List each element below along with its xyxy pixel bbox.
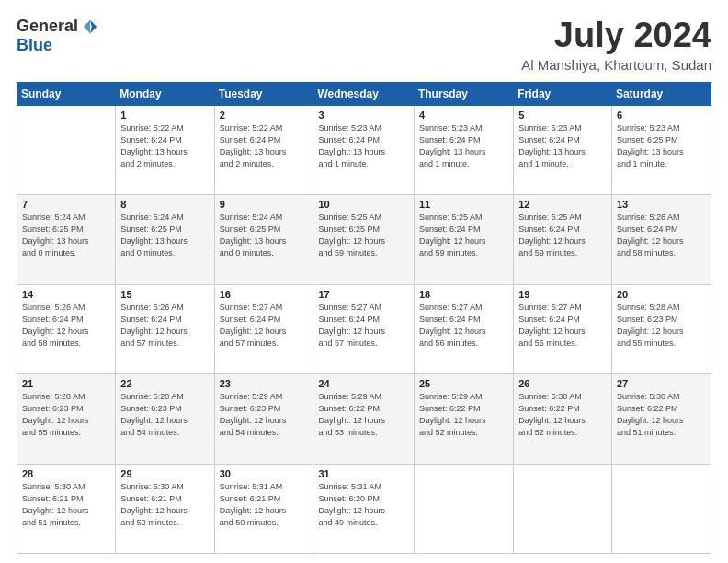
calendar-cell: 1Sunrise: 5:22 AM Sunset: 6:24 PM Daylig… [116, 105, 214, 194]
day-info: Sunrise: 5:25 AM Sunset: 6:24 PM Dayligh… [518, 212, 607, 259]
calendar-cell: 4Sunrise: 5:23 AM Sunset: 6:24 PM Daylig… [414, 105, 513, 194]
day-number: 6 [617, 109, 706, 121]
weekday-header: Friday [514, 82, 612, 105]
day-number: 5 [518, 109, 607, 121]
day-info: Sunrise: 5:27 AM Sunset: 6:24 PM Dayligh… [220, 302, 309, 350]
calendar-week-row: 28Sunrise: 5:30 AM Sunset: 6:21 PM Dayli… [17, 464, 711, 553]
day-number: 1 [120, 109, 209, 121]
day-number: 16 [220, 289, 309, 300]
header: General Blue July 2024 Al Manshiya, Khar… [17, 17, 711, 73]
calendar-cell [414, 464, 513, 553]
day-number: 28 [22, 468, 110, 479]
day-number: 25 [419, 378, 508, 389]
calendar-cell: 5Sunrise: 5:23 AM Sunset: 6:24 PM Daylig… [514, 105, 612, 194]
calendar-cell: 24Sunrise: 5:29 AM Sunset: 6:22 PM Dayli… [313, 374, 414, 464]
day-info: Sunrise: 5:29 AM Sunset: 6:22 PM Dayligh… [318, 391, 408, 439]
day-number: 27 [617, 378, 706, 389]
day-info: Sunrise: 5:26 AM Sunset: 6:24 PM Dayligh… [120, 302, 209, 350]
calendar-cell: 6Sunrise: 5:23 AM Sunset: 6:25 PM Daylig… [611, 105, 711, 194]
logo-text: General [17, 17, 98, 36]
day-info: Sunrise: 5:30 AM Sunset: 6:21 PM Dayligh… [22, 481, 110, 529]
day-number: 14 [22, 289, 110, 300]
calendar-cell [17, 105, 116, 194]
day-info: Sunrise: 5:29 AM Sunset: 6:22 PM Dayligh… [419, 391, 508, 439]
day-info: Sunrise: 5:26 AM Sunset: 6:24 PM Dayligh… [22, 302, 110, 350]
weekday-header: Sunday [17, 82, 116, 105]
day-number: 17 [318, 289, 408, 300]
day-number: 20 [617, 289, 706, 300]
calendar-cell: 7Sunrise: 5:24 AM Sunset: 6:25 PM Daylig… [17, 195, 116, 284]
day-number: 29 [120, 468, 209, 479]
calendar-cell: 12Sunrise: 5:25 AM Sunset: 6:24 PM Dayli… [514, 195, 612, 284]
calendar-table: SundayMondayTuesdayWednesdayThursdayFrid… [17, 82, 711, 554]
day-number: 26 [518, 378, 607, 389]
day-info: Sunrise: 5:23 AM Sunset: 6:24 PM Dayligh… [518, 122, 607, 170]
day-info: Sunrise: 5:23 AM Sunset: 6:24 PM Dayligh… [419, 122, 508, 170]
day-number: 31 [318, 468, 408, 479]
day-info: Sunrise: 5:27 AM Sunset: 6:24 PM Dayligh… [419, 302, 508, 350]
day-info: Sunrise: 5:24 AM Sunset: 6:25 PM Dayligh… [120, 212, 209, 259]
location: Al Manshiya, Khartoum, Sudan [521, 57, 711, 73]
day-info: Sunrise: 5:30 AM Sunset: 6:22 PM Dayligh… [617, 391, 706, 439]
calendar-cell: 2Sunrise: 5:22 AM Sunset: 6:24 PM Daylig… [214, 105, 313, 194]
logo-general: General [17, 17, 78, 36]
weekday-header: Monday [116, 82, 214, 105]
weekday-header: Tuesday [214, 82, 313, 105]
day-info: Sunrise: 5:27 AM Sunset: 6:24 PM Dayligh… [318, 302, 408, 350]
calendar-cell: 30Sunrise: 5:31 AM Sunset: 6:21 PM Dayli… [214, 464, 313, 553]
calendar-cell: 14Sunrise: 5:26 AM Sunset: 6:24 PM Dayli… [17, 284, 116, 373]
day-number: 10 [318, 199, 408, 210]
logo: General Blue [17, 17, 98, 55]
calendar-cell: 15Sunrise: 5:26 AM Sunset: 6:24 PM Dayli… [116, 284, 214, 373]
calendar-week-row: 7Sunrise: 5:24 AM Sunset: 6:25 PM Daylig… [17, 195, 711, 284]
day-info: Sunrise: 5:31 AM Sunset: 6:21 PM Dayligh… [220, 481, 309, 529]
calendar-cell: 23Sunrise: 5:29 AM Sunset: 6:23 PM Dayli… [214, 374, 313, 464]
weekday-header: Wednesday [313, 82, 414, 105]
day-info: Sunrise: 5:25 AM Sunset: 6:24 PM Dayligh… [419, 212, 508, 259]
day-info: Sunrise: 5:22 AM Sunset: 6:24 PM Dayligh… [220, 122, 309, 170]
day-info: Sunrise: 5:30 AM Sunset: 6:21 PM Dayligh… [120, 481, 209, 529]
day-number: 8 [120, 199, 209, 210]
calendar-cell: 20Sunrise: 5:28 AM Sunset: 6:23 PM Dayli… [611, 284, 711, 373]
page: General Blue July 2024 Al Manshiya, Khar… [0, 0, 728, 563]
day-number: 21 [22, 378, 110, 389]
calendar-week-row: 1Sunrise: 5:22 AM Sunset: 6:24 PM Daylig… [17, 105, 711, 194]
day-info: Sunrise: 5:23 AM Sunset: 6:24 PM Dayligh… [318, 122, 408, 170]
logo-icon [82, 18, 98, 35]
day-number: 3 [318, 109, 408, 121]
calendar-cell: 9Sunrise: 5:24 AM Sunset: 6:25 PM Daylig… [214, 195, 313, 284]
day-info: Sunrise: 5:28 AM Sunset: 6:23 PM Dayligh… [22, 391, 110, 439]
month-title: July 2024 [521, 17, 711, 55]
calendar-cell: 29Sunrise: 5:30 AM Sunset: 6:21 PM Dayli… [116, 464, 214, 553]
day-number: 11 [419, 199, 508, 210]
logo-blue: Blue [17, 36, 52, 55]
day-number: 24 [318, 378, 408, 389]
day-number: 30 [220, 468, 309, 479]
calendar-week-row: 21Sunrise: 5:28 AM Sunset: 6:23 PM Dayli… [17, 374, 711, 464]
day-info: Sunrise: 5:23 AM Sunset: 6:25 PM Dayligh… [617, 122, 706, 170]
day-number: 2 [220, 109, 309, 121]
day-number: 22 [120, 378, 209, 389]
weekday-header: Thursday [414, 82, 513, 105]
calendar-cell: 22Sunrise: 5:28 AM Sunset: 6:23 PM Dayli… [116, 374, 214, 464]
day-number: 19 [518, 289, 607, 300]
day-info: Sunrise: 5:24 AM Sunset: 6:25 PM Dayligh… [220, 212, 309, 259]
day-info: Sunrise: 5:30 AM Sunset: 6:22 PM Dayligh… [518, 391, 607, 439]
day-info: Sunrise: 5:26 AM Sunset: 6:24 PM Dayligh… [617, 212, 706, 259]
day-info: Sunrise: 5:31 AM Sunset: 6:20 PM Dayligh… [318, 481, 408, 529]
calendar-cell: 27Sunrise: 5:30 AM Sunset: 6:22 PM Dayli… [611, 374, 711, 464]
calendar-cell: 13Sunrise: 5:26 AM Sunset: 6:24 PM Dayli… [611, 195, 711, 284]
weekday-header-row: SundayMondayTuesdayWednesdayThursdayFrid… [17, 82, 711, 105]
day-info: Sunrise: 5:24 AM Sunset: 6:25 PM Dayligh… [22, 212, 110, 259]
day-number: 4 [419, 109, 508, 121]
calendar-cell: 17Sunrise: 5:27 AM Sunset: 6:24 PM Dayli… [313, 284, 414, 373]
calendar-cell: 25Sunrise: 5:29 AM Sunset: 6:22 PM Dayli… [414, 374, 513, 464]
calendar-cell: 21Sunrise: 5:28 AM Sunset: 6:23 PM Dayli… [17, 374, 116, 464]
title-area: July 2024 Al Manshiya, Khartoum, Sudan [521, 17, 711, 73]
svg-marker-0 [90, 19, 97, 32]
calendar-body: 1Sunrise: 5:22 AM Sunset: 6:24 PM Daylig… [17, 105, 711, 553]
calendar-cell: 11Sunrise: 5:25 AM Sunset: 6:24 PM Dayli… [414, 195, 513, 284]
day-info: Sunrise: 5:29 AM Sunset: 6:23 PM Dayligh… [220, 391, 309, 439]
calendar-cell: 28Sunrise: 5:30 AM Sunset: 6:21 PM Dayli… [17, 464, 116, 553]
day-info: Sunrise: 5:25 AM Sunset: 6:25 PM Dayligh… [318, 212, 408, 259]
